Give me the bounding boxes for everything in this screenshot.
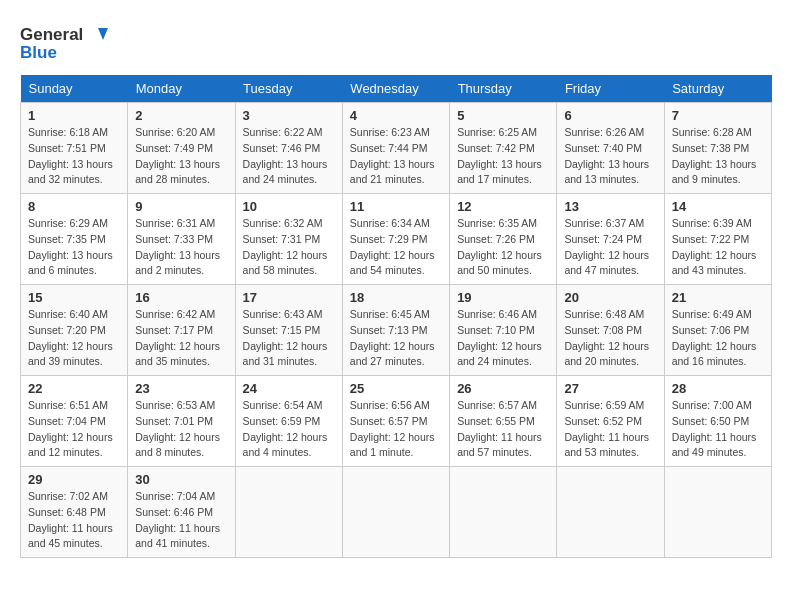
day-info: Sunrise: 6:34 AMSunset: 7:29 PMDaylight:… bbox=[350, 216, 442, 279]
calendar-cell: 15Sunrise: 6:40 AMSunset: 7:20 PMDayligh… bbox=[21, 285, 128, 376]
day-number: 21 bbox=[672, 290, 764, 305]
day-info: Sunrise: 6:43 AMSunset: 7:15 PMDaylight:… bbox=[243, 307, 335, 370]
calendar-cell bbox=[450, 467, 557, 558]
calendar-cell bbox=[557, 467, 664, 558]
day-info: Sunrise: 6:48 AMSunset: 7:08 PMDaylight:… bbox=[564, 307, 656, 370]
calendar-body: 1Sunrise: 6:18 AMSunset: 7:51 PMDaylight… bbox=[21, 103, 772, 558]
day-info: Sunrise: 6:42 AMSunset: 7:17 PMDaylight:… bbox=[135, 307, 227, 370]
day-info: Sunrise: 6:31 AMSunset: 7:33 PMDaylight:… bbox=[135, 216, 227, 279]
header-day: Monday bbox=[128, 75, 235, 103]
calendar-cell: 13Sunrise: 6:37 AMSunset: 7:24 PMDayligh… bbox=[557, 194, 664, 285]
calendar-week-row: 1Sunrise: 6:18 AMSunset: 7:51 PMDaylight… bbox=[21, 103, 772, 194]
day-info: Sunrise: 6:18 AMSunset: 7:51 PMDaylight:… bbox=[28, 125, 120, 188]
calendar-cell: 7Sunrise: 6:28 AMSunset: 7:38 PMDaylight… bbox=[664, 103, 771, 194]
day-info: Sunrise: 6:25 AMSunset: 7:42 PMDaylight:… bbox=[457, 125, 549, 188]
calendar-cell: 19Sunrise: 6:46 AMSunset: 7:10 PMDayligh… bbox=[450, 285, 557, 376]
calendar-cell: 29Sunrise: 7:02 AMSunset: 6:48 PMDayligh… bbox=[21, 467, 128, 558]
day-number: 23 bbox=[135, 381, 227, 396]
day-info: Sunrise: 6:40 AMSunset: 7:20 PMDaylight:… bbox=[28, 307, 120, 370]
day-info: Sunrise: 6:57 AMSunset: 6:55 PMDaylight:… bbox=[457, 398, 549, 461]
day-number: 24 bbox=[243, 381, 335, 396]
logo: General Blue bbox=[20, 20, 110, 65]
calendar-cell: 24Sunrise: 6:54 AMSunset: 6:59 PMDayligh… bbox=[235, 376, 342, 467]
day-number: 28 bbox=[672, 381, 764, 396]
calendar-cell: 25Sunrise: 6:56 AMSunset: 6:57 PMDayligh… bbox=[342, 376, 449, 467]
svg-marker-2 bbox=[98, 28, 108, 40]
calendar-cell: 3Sunrise: 6:22 AMSunset: 7:46 PMDaylight… bbox=[235, 103, 342, 194]
day-number: 30 bbox=[135, 472, 227, 487]
day-number: 26 bbox=[457, 381, 549, 396]
day-info: Sunrise: 6:56 AMSunset: 6:57 PMDaylight:… bbox=[350, 398, 442, 461]
day-number: 13 bbox=[564, 199, 656, 214]
day-number: 9 bbox=[135, 199, 227, 214]
calendar-week-row: 29Sunrise: 7:02 AMSunset: 6:48 PMDayligh… bbox=[21, 467, 772, 558]
calendar-cell: 5Sunrise: 6:25 AMSunset: 7:42 PMDaylight… bbox=[450, 103, 557, 194]
svg-text:Blue: Blue bbox=[20, 43, 57, 62]
header: General Blue bbox=[20, 20, 772, 65]
calendar-cell bbox=[342, 467, 449, 558]
day-number: 14 bbox=[672, 199, 764, 214]
day-number: 15 bbox=[28, 290, 120, 305]
day-number: 7 bbox=[672, 108, 764, 123]
calendar-cell: 10Sunrise: 6:32 AMSunset: 7:31 PMDayligh… bbox=[235, 194, 342, 285]
header-day: Friday bbox=[557, 75, 664, 103]
day-number: 19 bbox=[457, 290, 549, 305]
calendar-cell: 21Sunrise: 6:49 AMSunset: 7:06 PMDayligh… bbox=[664, 285, 771, 376]
day-info: Sunrise: 6:37 AMSunset: 7:24 PMDaylight:… bbox=[564, 216, 656, 279]
calendar-cell: 8Sunrise: 6:29 AMSunset: 7:35 PMDaylight… bbox=[21, 194, 128, 285]
calendar-cell: 18Sunrise: 6:45 AMSunset: 7:13 PMDayligh… bbox=[342, 285, 449, 376]
day-info: Sunrise: 6:26 AMSunset: 7:40 PMDaylight:… bbox=[564, 125, 656, 188]
day-info: Sunrise: 6:22 AMSunset: 7:46 PMDaylight:… bbox=[243, 125, 335, 188]
calendar-cell: 11Sunrise: 6:34 AMSunset: 7:29 PMDayligh… bbox=[342, 194, 449, 285]
calendar-cell: 26Sunrise: 6:57 AMSunset: 6:55 PMDayligh… bbox=[450, 376, 557, 467]
calendar-cell: 27Sunrise: 6:59 AMSunset: 6:52 PMDayligh… bbox=[557, 376, 664, 467]
day-number: 22 bbox=[28, 381, 120, 396]
calendar-cell: 12Sunrise: 6:35 AMSunset: 7:26 PMDayligh… bbox=[450, 194, 557, 285]
logo-icon: General Blue bbox=[20, 20, 110, 65]
header-day: Wednesday bbox=[342, 75, 449, 103]
header-day: Saturday bbox=[664, 75, 771, 103]
day-number: 25 bbox=[350, 381, 442, 396]
calendar-cell: 30Sunrise: 7:04 AMSunset: 6:46 PMDayligh… bbox=[128, 467, 235, 558]
day-number: 3 bbox=[243, 108, 335, 123]
day-number: 17 bbox=[243, 290, 335, 305]
calendar-cell: 28Sunrise: 7:00 AMSunset: 6:50 PMDayligh… bbox=[664, 376, 771, 467]
calendar-cell: 17Sunrise: 6:43 AMSunset: 7:15 PMDayligh… bbox=[235, 285, 342, 376]
calendar-cell: 6Sunrise: 6:26 AMSunset: 7:40 PMDaylight… bbox=[557, 103, 664, 194]
day-info: Sunrise: 7:02 AMSunset: 6:48 PMDaylight:… bbox=[28, 489, 120, 552]
calendar-cell: 9Sunrise: 6:31 AMSunset: 7:33 PMDaylight… bbox=[128, 194, 235, 285]
day-number: 16 bbox=[135, 290, 227, 305]
day-number: 10 bbox=[243, 199, 335, 214]
day-number: 18 bbox=[350, 290, 442, 305]
day-number: 20 bbox=[564, 290, 656, 305]
svg-text:General: General bbox=[20, 25, 83, 44]
day-info: Sunrise: 6:39 AMSunset: 7:22 PMDaylight:… bbox=[672, 216, 764, 279]
day-number: 6 bbox=[564, 108, 656, 123]
calendar-cell: 20Sunrise: 6:48 AMSunset: 7:08 PMDayligh… bbox=[557, 285, 664, 376]
day-number: 29 bbox=[28, 472, 120, 487]
day-info: Sunrise: 6:46 AMSunset: 7:10 PMDaylight:… bbox=[457, 307, 549, 370]
calendar-week-row: 15Sunrise: 6:40 AMSunset: 7:20 PMDayligh… bbox=[21, 285, 772, 376]
day-number: 1 bbox=[28, 108, 120, 123]
day-info: Sunrise: 6:23 AMSunset: 7:44 PMDaylight:… bbox=[350, 125, 442, 188]
calendar-header: SundayMondayTuesdayWednesdayThursdayFrid… bbox=[21, 75, 772, 103]
day-info: Sunrise: 7:00 AMSunset: 6:50 PMDaylight:… bbox=[672, 398, 764, 461]
calendar-week-row: 22Sunrise: 6:51 AMSunset: 7:04 PMDayligh… bbox=[21, 376, 772, 467]
day-number: 11 bbox=[350, 199, 442, 214]
day-info: Sunrise: 6:49 AMSunset: 7:06 PMDaylight:… bbox=[672, 307, 764, 370]
calendar-cell: 4Sunrise: 6:23 AMSunset: 7:44 PMDaylight… bbox=[342, 103, 449, 194]
day-info: Sunrise: 6:20 AMSunset: 7:49 PMDaylight:… bbox=[135, 125, 227, 188]
day-number: 5 bbox=[457, 108, 549, 123]
header-row: SundayMondayTuesdayWednesdayThursdayFrid… bbox=[21, 75, 772, 103]
day-number: 2 bbox=[135, 108, 227, 123]
calendar-cell: 1Sunrise: 6:18 AMSunset: 7:51 PMDaylight… bbox=[21, 103, 128, 194]
day-info: Sunrise: 6:32 AMSunset: 7:31 PMDaylight:… bbox=[243, 216, 335, 279]
day-number: 4 bbox=[350, 108, 442, 123]
day-number: 27 bbox=[564, 381, 656, 396]
day-info: Sunrise: 6:29 AMSunset: 7:35 PMDaylight:… bbox=[28, 216, 120, 279]
calendar: SundayMondayTuesdayWednesdayThursdayFrid… bbox=[20, 75, 772, 558]
day-number: 12 bbox=[457, 199, 549, 214]
day-info: Sunrise: 6:51 AMSunset: 7:04 PMDaylight:… bbox=[28, 398, 120, 461]
day-number: 8 bbox=[28, 199, 120, 214]
day-info: Sunrise: 7:04 AMSunset: 6:46 PMDaylight:… bbox=[135, 489, 227, 552]
